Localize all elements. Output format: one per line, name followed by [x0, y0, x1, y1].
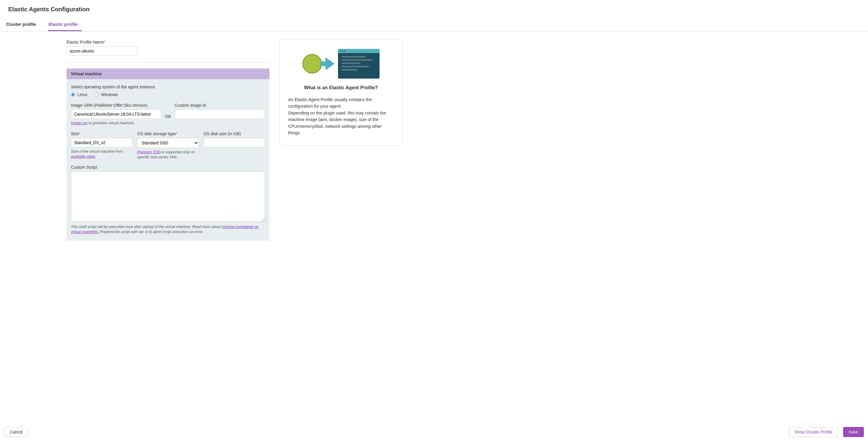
disk-type-col: OS disk storage type* Standard SSD Premi…	[137, 131, 198, 160]
custom-script-label: Custom Script	[71, 165, 265, 170]
custom-image-input[interactable]	[175, 109, 265, 119]
image-urn-help-link[interactable]: Image urn	[71, 121, 88, 125]
image-row: Image URN (Publisher:Offer:Sku:Version) …	[71, 103, 265, 126]
info-para-1: An Elastic Agent Profile usually contain…	[288, 96, 394, 110]
size-help: Size of the virtual machine from availab…	[71, 149, 132, 160]
image-urn-input[interactable]	[71, 109, 161, 119]
or-separator: OR	[165, 110, 171, 119]
size-help-suffix: .	[95, 155, 96, 159]
custom-script-help: This shell script will be executed once …	[71, 225, 265, 235]
os-windows-option[interactable]: Windows	[94, 92, 118, 97]
image-urn-help-text: to provision virtual machine.	[88, 121, 134, 125]
os-windows-label: Windows	[101, 92, 118, 97]
size-label-text: Size	[71, 131, 79, 136]
size-input[interactable]	[71, 138, 132, 147]
script-help-suffix: Prepend the script with set -e to abort …	[99, 230, 203, 234]
disk-type-label-text: OS disk storage type	[137, 131, 176, 136]
terminal-window-icon	[338, 49, 379, 78]
form-panel: Elastic Profile Name* Virtual machine Se…	[66, 40, 270, 421]
size-disk-row: Size* Size of the virtual machine from a…	[71, 131, 265, 160]
tab-cluster-profile[interactable]: Cluster profile	[5, 18, 40, 31]
arrow-icon	[326, 57, 335, 70]
disk-type-help-link[interactable]: Premium SSD	[137, 150, 160, 154]
info-title: What is an Elastic Agent Profile?	[288, 85, 394, 91]
custom-script-group: Custom Script This shell script will be …	[71, 165, 265, 235]
os-linux-label: Linux	[78, 92, 87, 97]
os-linux-option[interactable]: Linux	[71, 92, 87, 97]
required-asterisk: *	[176, 131, 177, 136]
os-radio-group: Linux Windows	[71, 92, 265, 97]
vm-section: Virtual machine Select operating system …	[66, 68, 270, 241]
disk-type-help: Premium SSD is supported only on specifi…	[137, 150, 198, 160]
page-header: Elastic Agents Configuration	[0, 0, 868, 18]
profile-name-group: Elastic Profile Name*	[66, 40, 270, 56]
required-asterisk: *	[79, 131, 81, 136]
profile-name-label-text: Elastic Profile Name	[66, 40, 104, 44]
info-para-2: Depending on the plugin used, this may c…	[288, 110, 394, 136]
profile-name-label: Elastic Profile Name*	[66, 40, 270, 44]
size-help-prefix: Size of the virtual machine from	[71, 149, 123, 154]
vm-section-body: Select operating system of the agent ins…	[66, 79, 270, 241]
page-title: Elastic Agents Configuration	[8, 6, 860, 13]
custom-script-textarea[interactable]	[71, 171, 265, 222]
size-label: Size*	[71, 131, 132, 136]
disk-size-input[interactable]	[204, 138, 265, 147]
info-illustration	[288, 49, 394, 78]
os-select-label: Select operating system of the agent ins…	[71, 84, 265, 89]
size-help-link[interactable]: available sizes	[71, 155, 95, 159]
image-urn-col: Image URN (Publisher:Offer:Sku:Version) …	[71, 103, 161, 126]
disk-size-col: OS disk size (in GB)	[204, 131, 265, 160]
vm-section-header: Virtual machine	[66, 68, 270, 79]
os-windows-radio[interactable]	[94, 93, 98, 97]
required-asterisk: *	[104, 40, 105, 44]
size-col: Size* Size of the virtual machine from a…	[71, 131, 132, 160]
disk-type-label: OS disk storage type*	[137, 131, 198, 136]
image-urn-label: Image URN (Publisher:Offer:Sku:Version)	[71, 103, 161, 108]
content-area: Elastic Profile Name* Virtual machine Se…	[0, 31, 868, 421]
custom-image-label: Custom image id	[175, 103, 265, 108]
disk-type-select[interactable]: Standard SSD	[137, 138, 198, 148]
custom-image-col: Custom image id	[175, 103, 265, 119]
profile-name-input[interactable]	[66, 46, 138, 56]
tabs-bar: Cluster profile Elastic profile	[0, 18, 868, 31]
os-linux-radio[interactable]	[71, 93, 75, 97]
agent-circle-icon	[302, 54, 322, 73]
image-urn-help: Image urn to provision virtual machine.	[71, 121, 161, 126]
tab-elastic-profile[interactable]: Elastic profile	[48, 18, 82, 31]
script-help-prefix: This shell script will be executed once …	[71, 225, 222, 229]
info-panel: What is an Elastic Agent Profile? An Ela…	[280, 40, 402, 145]
separator	[66, 62, 270, 63]
disk-size-label: OS disk size (in GB)	[204, 131, 265, 136]
